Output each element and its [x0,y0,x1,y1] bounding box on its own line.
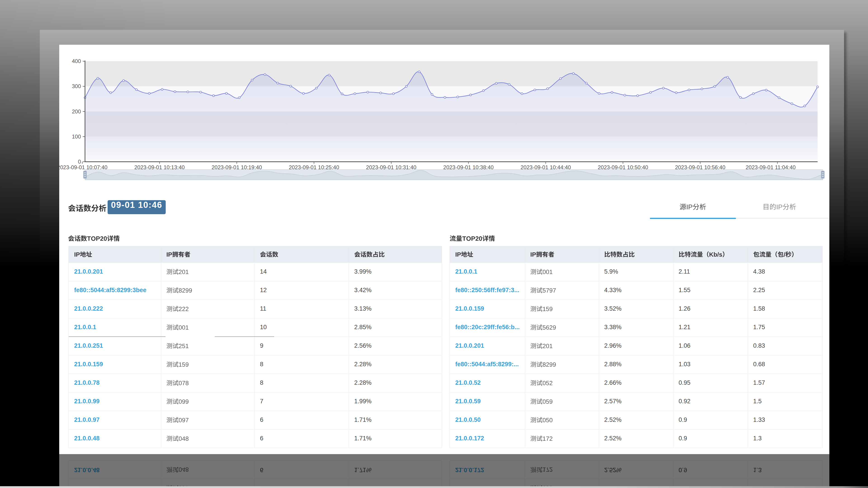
svg-text:400: 400 [72,58,81,64]
svg-text:200: 200 [72,108,81,115]
svg-text:0: 0 [78,159,81,165]
svg-text:300: 300 [72,83,81,89]
svg-text:100: 100 [72,133,81,140]
